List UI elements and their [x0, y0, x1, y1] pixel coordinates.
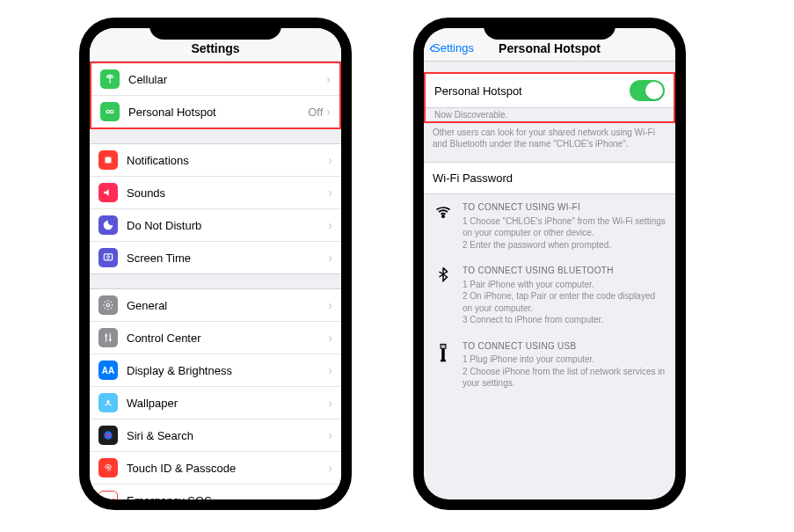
chevron-right-icon: › [328, 331, 332, 345]
display-icon: AA [98, 361, 118, 380]
instruction-line: 1 Plug iPhone into your computer. [463, 353, 667, 366]
page-title: Personal Hotspot [499, 41, 601, 55]
hotspot-screen: ‹ Settings Personal Hotspot Personal Hot… [424, 28, 675, 499]
group-highlighted: Cellular › Personal Hotspot Off › [90, 62, 341, 129]
control-center-icon [98, 328, 118, 347]
chevron-right-icon: › [326, 72, 331, 86]
row-label: Personal Hotspot [434, 84, 630, 98]
row-wallpaper[interactable]: Wallpaper› [90, 386, 341, 419]
row-label: Display & Brightness [127, 364, 328, 377]
instructions: TO CONNECT USING WI-FI1 Choose "CHLOE's … [424, 194, 675, 397]
svg-rect-20 [444, 345, 445, 346]
row-sounds[interactable]: Sounds› [90, 176, 341, 208]
instruction-section: TO CONNECT USING WI-FI1 Choose "CHLOE's … [424, 194, 675, 258]
instruction-section: TO CONNECT USING USB1 Plug iPhone into y… [424, 333, 675, 397]
sounds-icon [98, 183, 118, 202]
instruction-line: 2 On iPhone, tap Pair or enter the code … [463, 290, 667, 314]
wifi-icon [433, 201, 454, 251]
row-hotspot[interactable]: Personal Hotspot Off › [91, 95, 339, 128]
row-hotspot-toggle[interactable]: Personal Hotspot [426, 74, 674, 107]
row-cellular[interactable]: Cellular › [91, 63, 339, 95]
chevron-right-icon: › [328, 493, 332, 499]
chevron-right-icon: › [326, 105, 331, 119]
row-general[interactable]: General› [90, 289, 341, 321]
row-label: Emergency SOS [127, 494, 328, 500]
instruction-text: TO CONNECT USING USB1 Plug iPhone into y… [463, 340, 667, 390]
instruction-title: TO CONNECT USING BLUETOOTH [463, 265, 667, 277]
chevron-right-icon: › [328, 153, 332, 167]
usb-icon [433, 340, 454, 390]
screentime-icon [98, 248, 118, 267]
row-control-center[interactable]: Control Center› [90, 321, 341, 353]
dnd-icon [98, 215, 118, 235]
svg-point-13 [104, 431, 112, 439]
instruction-line: 1 Choose "CHLOE's iPhone" from the Wi-Fi… [463, 215, 667, 239]
chevron-right-icon: › [328, 298, 332, 312]
instruction-text: TO CONNECT USING BLUETOOTH1 Pair iPhone … [463, 265, 667, 326]
back-label: Settings [433, 41, 474, 55]
notifications-icon [98, 150, 118, 170]
settings-screen: Settings Cellular › Personal Hotspot Off… [90, 28, 341, 499]
phone-hotspot: ‹ Settings Personal Hotspot Personal Hot… [413, 18, 686, 510]
siri-icon [98, 426, 118, 445]
sos-icon: SOS [98, 491, 118, 499]
hotspot-icon [100, 102, 120, 121]
group-2: Notifications›Sounds›Do Not Disturb›Scre… [90, 143, 341, 274]
instruction-line: 2 Enter the password when prompted. [463, 239, 667, 251]
footer-note: Other users can look for your shared net… [424, 123, 675, 149]
instruction-line: 2 Choose iPhone from the list of network… [463, 366, 667, 390]
row-do-not-disturb[interactable]: Do Not Disturb› [90, 208, 341, 241]
back-button[interactable]: ‹ Settings [429, 40, 474, 55]
row-label: Wi-Fi Password [433, 171, 513, 185]
svg-point-17 [442, 215, 445, 218]
notch [149, 18, 281, 40]
row-screen-time[interactable]: Screen Time› [90, 241, 341, 273]
svg-point-7 [106, 303, 110, 307]
wallpaper-icon [98, 393, 118, 412]
highlight-wrapper: Personal Hotspot Now Discoverable. [424, 74, 675, 123]
row-value: Off [308, 106, 323, 119]
hotspot-toggle[interactable] [630, 80, 665, 101]
svg-rect-21 [441, 348, 445, 360]
row-display-brightness[interactable]: AADisplay & Brightness› [90, 353, 341, 386]
touchid-icon [98, 458, 118, 477]
instruction-line: 1 Pair iPhone with your computer. [463, 279, 667, 291]
instruction-title: TO CONNECT USING WI-FI [463, 201, 667, 214]
svg-rect-4 [106, 157, 112, 164]
general-icon [98, 295, 118, 315]
row-wifi-password[interactable]: Wi-Fi Password [424, 162, 675, 194]
phone-settings: Settings Cellular › Personal Hotspot Off… [79, 18, 352, 510]
row-label: General [127, 299, 328, 312]
svg-point-12 [106, 400, 110, 404]
chevron-right-icon: › [328, 396, 332, 410]
row-emergency-sos[interactable]: SOSEmergency SOS› [90, 484, 341, 499]
chevron-right-icon: › [328, 186, 332, 200]
svg-rect-22 [441, 360, 446, 361]
group-3: General›Control Center›AADisplay & Brigh… [90, 288, 341, 499]
chevron-right-icon: › [328, 218, 332, 232]
chevron-right-icon: › [328, 251, 332, 265]
row-label: Sounds [127, 186, 328, 200]
bluetooth-icon [433, 265, 454, 326]
chevron-right-icon: › [328, 461, 332, 475]
instruction-title: TO CONNECT USING USB [463, 340, 667, 353]
instruction-section: TO CONNECT USING BLUETOOTH1 Pair iPhone … [424, 258, 675, 333]
row-label: Siri & Search [127, 429, 328, 442]
row-label: Do Not Disturb [127, 219, 328, 232]
svg-rect-19 [441, 345, 442, 346]
chevron-right-icon: › [328, 428, 332, 442]
notch [484, 18, 616, 40]
svg-rect-18 [441, 344, 446, 348]
page-title: Settings [191, 41, 239, 55]
chevron-right-icon: › [328, 363, 332, 377]
svg-point-3 [111, 110, 113, 113]
row-label: Cellular [128, 73, 326, 86]
row-touch-id-passcode[interactable]: Touch ID & Passcode› [90, 451, 341, 484]
cellular-icon [100, 69, 120, 89]
instruction-text: TO CONNECT USING WI-FI1 Choose "CHLOE's … [463, 201, 667, 251]
row-notifications[interactable]: Notifications› [90, 144, 341, 176]
instruction-line: 3 Connect to iPhone from computer. [463, 314, 667, 326]
row-label: Control Center [127, 332, 328, 345]
row-label: Personal Hotspot [128, 106, 308, 119]
row-siri-search[interactable]: Siri & Search› [90, 419, 341, 451]
